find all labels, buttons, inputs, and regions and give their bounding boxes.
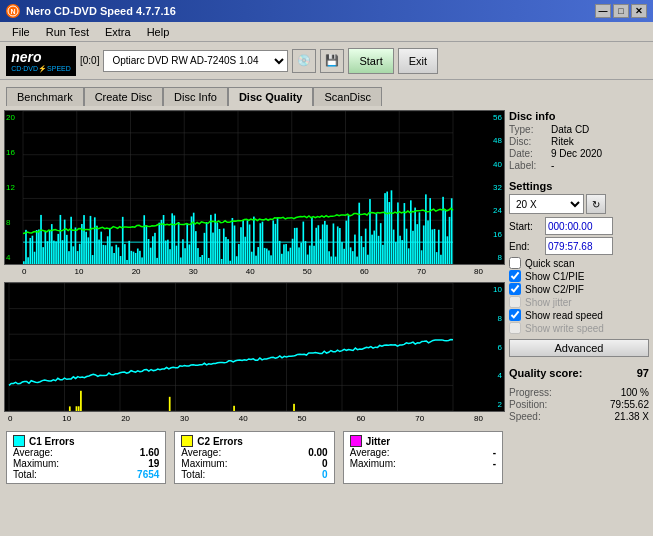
show-c2pif-checkbox[interactable] (509, 283, 521, 295)
disc-info-section: Disc info Type: Data CD Disc: Ritek Date… (509, 110, 649, 172)
advanced-button[interactable]: Advanced (509, 339, 649, 357)
tab-disc-info[interactable]: Disc Info (163, 87, 228, 106)
quality-label: Quality score: (509, 367, 582, 379)
right-panel: Disc info Type: Data CD Disc: Ritek Date… (509, 110, 649, 532)
c1-total-value: 7654 (137, 469, 159, 480)
x-bot-70: 70 (415, 414, 424, 423)
jitter-header: Jitter (350, 435, 496, 447)
jitter-max-label: Maximum: (350, 458, 396, 469)
c2-header: C2 Errors (181, 435, 327, 447)
quick-scan-label: Quick scan (525, 258, 574, 269)
jitter-label: Jitter (366, 436, 390, 447)
show-write-speed-checkbox[interactable] (509, 322, 521, 334)
x-top-30: 30 (189, 267, 198, 276)
c2-color (181, 435, 193, 447)
end-input[interactable] (545, 237, 613, 255)
save-icon[interactable]: 💾 (320, 49, 344, 73)
c2-average-row: Average: 0.00 (181, 447, 327, 458)
x-axis-bottom: 0 10 20 30 40 50 60 70 80 (4, 414, 505, 423)
disc-date-label: Date: (509, 148, 547, 159)
show-read-speed-checkbox[interactable] (509, 309, 521, 321)
y-label-24: 24 (482, 206, 504, 215)
title-text: Nero CD-DVD Speed 4.7.7.16 (26, 5, 176, 17)
y-left-4: 4 (5, 253, 23, 262)
quality-value: 97 (637, 367, 649, 379)
c1-average-row: Average: 1.60 (13, 447, 159, 458)
x-bot-20: 20 (121, 414, 130, 423)
c2-stat-box: C2 Errors Average: 0.00 Maximum: 0 Total… (174, 431, 334, 484)
tab-scan-disc[interactable]: ScanDisc (313, 87, 381, 106)
jitter-average-label: Average: (350, 447, 390, 458)
x-top-40: 40 (246, 267, 255, 276)
show-jitter-checkbox[interactable] (509, 296, 521, 308)
disc-info-header: Disc info (509, 110, 649, 122)
menu-extra[interactable]: Extra (97, 24, 139, 40)
speed-value: 21.38 X (615, 411, 649, 422)
y-b-2: 2 (482, 400, 504, 409)
nero-logo-text: nero (11, 49, 71, 65)
minimize-button[interactable]: — (595, 4, 611, 18)
x-top-50: 50 (303, 267, 312, 276)
position-label: Position: (509, 399, 547, 410)
c1-max-label: Maximum: (13, 458, 59, 469)
nero-sub-text: CD·DVD⚡SPEED (11, 65, 71, 73)
x-bot-0: 0 (8, 414, 12, 423)
disc-icon[interactable]: 💿 (292, 49, 316, 73)
y-axis-right-bottom: 10 8 6 4 2 (482, 283, 504, 411)
c2-max-label: Maximum: (181, 458, 227, 469)
close-button[interactable]: ✕ (631, 4, 647, 18)
x-bot-40: 40 (239, 414, 248, 423)
jitter-maximum-row: Maximum: - (350, 458, 496, 469)
y-b-6: 6 (482, 343, 504, 352)
jitter-color (350, 435, 362, 447)
tab-create-disc[interactable]: Create Disc (84, 87, 163, 106)
x-bot-80: 80 (474, 414, 483, 423)
speed-row-prog: Speed: 21.38 X (509, 411, 649, 422)
y-left-12: 12 (5, 183, 23, 192)
menu-run-test[interactable]: Run Test (38, 24, 97, 40)
disc-disc-label: Disc: (509, 136, 547, 147)
end-label: End: (509, 241, 541, 252)
jitter-max-value: - (493, 458, 496, 469)
progress-value: 100 % (621, 387, 649, 398)
x-axis-top: 0 10 20 30 40 50 60 70 80 (4, 267, 505, 276)
drive-dropdown[interactable]: Optiarc DVD RW AD-7240S 1.04 (103, 50, 288, 72)
y-b-8: 8 (482, 314, 504, 323)
show-c1pie-label: Show C1/PIE (525, 271, 584, 282)
c2-total-label: Total: (181, 469, 205, 480)
show-jitter-row: Show jitter (509, 296, 649, 308)
c2-average-value: 0.00 (308, 447, 327, 458)
bottom-chart: 10 8 6 4 2 (4, 282, 505, 412)
speed-refresh-button[interactable]: ↻ (586, 194, 606, 214)
x-bot-60: 60 (356, 414, 365, 423)
menu-help[interactable]: Help (139, 24, 178, 40)
drive-selector: [0:0] Optiarc DVD RW AD-7240S 1.04 (80, 50, 288, 72)
disc-type-label: Type: (509, 124, 547, 135)
tab-benchmark[interactable]: Benchmark (6, 87, 84, 106)
menu-file[interactable]: File (4, 24, 38, 40)
end-time-row: End: (509, 237, 649, 255)
show-write-speed-row: Show write speed (509, 322, 649, 334)
chart-area: 56 48 40 32 24 16 8 20 16 12 8 4 0 10 20… (4, 110, 505, 532)
speed-dropdown[interactable]: 20 X (509, 194, 584, 214)
disc-date-value: 9 Dec 2020 (551, 148, 602, 159)
maximize-button[interactable]: □ (613, 4, 629, 18)
start-button[interactable]: Start (348, 48, 393, 74)
show-jitter-label: Show jitter (525, 297, 572, 308)
x-top-80: 80 (474, 267, 483, 276)
c1-total-row: Total: 7654 (13, 469, 159, 480)
title-bar-left: N Nero CD-DVD Speed 4.7.7.16 (6, 4, 176, 18)
x-bot-10: 10 (62, 414, 71, 423)
c2-total-row: Total: 0 (181, 469, 327, 480)
y-left-8: 8 (5, 218, 23, 227)
stats-row: C1 Errors Average: 1.60 Maximum: 19 Tota… (4, 427, 505, 488)
speed-row: 20 X ↻ (509, 194, 649, 214)
x-top-60: 60 (360, 267, 369, 276)
c1-maximum-row: Maximum: 19 (13, 458, 159, 469)
show-c1pie-checkbox[interactable] (509, 270, 521, 282)
tab-disc-quality[interactable]: Disc Quality (228, 87, 314, 106)
start-input[interactable] (545, 217, 613, 235)
quick-scan-checkbox[interactable] (509, 257, 521, 269)
x-top-20: 20 (132, 267, 141, 276)
exit-button[interactable]: Exit (398, 48, 438, 74)
